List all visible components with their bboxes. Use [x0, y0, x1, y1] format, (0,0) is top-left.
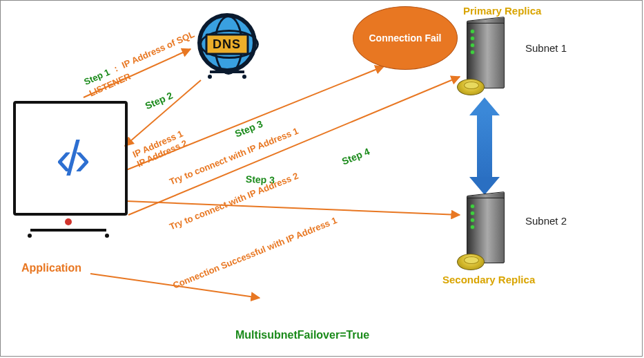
step2-name: Step 2 — [144, 90, 175, 112]
application-label: Application — [21, 262, 81, 274]
step1-group: Step 1 : IP Address of SQL LISTENER — [82, 28, 202, 99]
subnet2-label: Subnet 2 — [525, 215, 567, 227]
step2-text: IP Address 1 IP Address 2 — [131, 129, 189, 169]
connection-fail-bubble: Connection Fail — [353, 6, 458, 70]
step4-name: Step 4 — [340, 146, 371, 167]
subnet1-label: Subnet 1 — [525, 42, 567, 54]
dns-icon: DNS — [191, 8, 263, 80]
step1-name: Step 1 — [82, 67, 111, 88]
replication-arrow-body — [477, 111, 492, 180]
secondary-replica-label: Secondary Replica — [442, 274, 535, 285]
diagram-canvas: ‹/› Application DNS Connection Fail Prim… — [0, 0, 643, 357]
arrow-step3b — [126, 201, 460, 215]
step3b-name: Step 3 — [246, 173, 275, 185]
secondary-server-icon — [467, 198, 505, 263]
step3b-text: Try to connect with IP Address 2 — [168, 171, 300, 232]
arrow-step2 — [125, 80, 201, 146]
monitor-stand-dot — [65, 218, 72, 225]
step1-text: IP Address of SQL LISTENER — [88, 29, 196, 99]
monitor-screen: ‹/› — [13, 101, 128, 216]
application-icon: ‹/› — [13, 101, 124, 246]
step3a-text: Try to connect with IP Address 1 — [168, 126, 300, 187]
database-disc-icon — [457, 254, 485, 270]
step3a-name: Step 3 — [233, 118, 264, 140]
database-disc-icon — [457, 79, 485, 95]
arrow-step4-lower — [90, 274, 260, 298]
step4-text: Connection Successful with IP Address 1 — [171, 215, 338, 290]
primary-server-icon — [467, 23, 505, 88]
monitor-base — [30, 229, 106, 237]
dns-tag: DNS — [205, 33, 248, 55]
dns-stand — [210, 70, 244, 80]
code-icon: ‹/› — [56, 131, 85, 186]
footer-setting: MultisubnetFailover=True — [235, 329, 369, 341]
primary-replica-label: Primary Replica — [463, 5, 541, 17]
arrow-step4-upper — [128, 77, 460, 215]
connection-fail-text: Connection Fail — [369, 32, 442, 44]
arrow-step3a — [126, 66, 384, 170]
